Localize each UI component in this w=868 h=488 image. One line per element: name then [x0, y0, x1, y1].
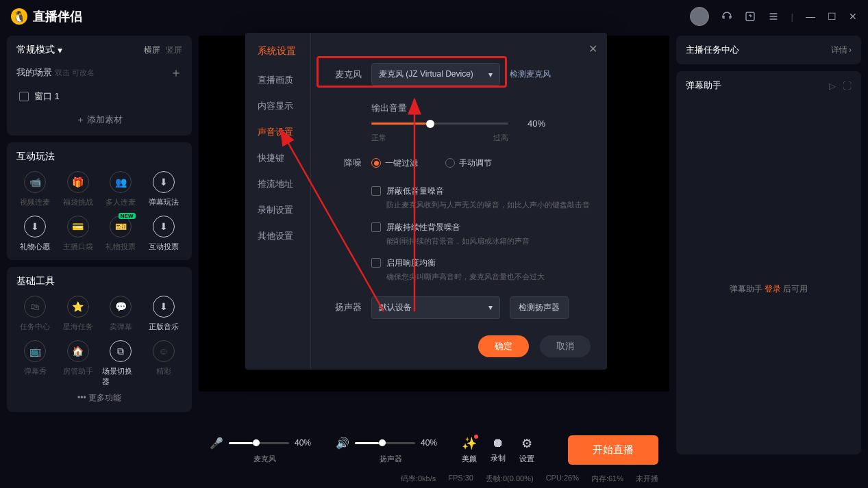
danmu-expand-icon[interactable]: ⛶ — [843, 81, 852, 91]
grid-item-0[interactable]: 🛍任务中心 — [16, 296, 54, 332]
speaker-icon[interactable]: 🔊 — [336, 437, 349, 450]
start-stream-button[interactable]: 开始直播 — [568, 435, 658, 465]
ok-button[interactable]: 确定 — [478, 335, 529, 357]
grid-item-6[interactable]: ⧉场景切换器 — [102, 340, 140, 387]
detect-speaker-button[interactable]: 检测扬声器 — [510, 296, 569, 319]
mic-volume-slider[interactable] — [229, 442, 289, 444]
help-icon[interactable] — [745, 11, 756, 22]
grid-item-1[interactable]: 🎁福袋挑战 — [60, 171, 97, 207]
grid-item-3[interactable]: ⬇弹幕玩法 — [145, 171, 183, 207]
orientation-landscape[interactable]: 横屏 — [144, 44, 160, 56]
danmu-play-icon[interactable]: ▷ — [829, 81, 836, 91]
app-logo-icon: 🐧 — [11, 8, 27, 25]
status-bar: 码率:0kb/s FPS:30 丢帧:0(0.00%) CPU:26% 内存:6… — [401, 474, 658, 484]
noise-label: 降噪 — [327, 157, 362, 169]
app-title: 直播伴侣 — [33, 8, 82, 25]
window-icon — [19, 92, 29, 101]
section-interactive-title: 互动玩法 — [16, 151, 182, 163]
close-button[interactable]: ✕ — [849, 11, 857, 22]
noise-auto-radio[interactable]: 一键过滤 — [371, 157, 418, 169]
noise-manual-radio[interactable]: 手动调节 — [445, 157, 492, 169]
grid-item-1[interactable]: ⭐星海任务 — [60, 296, 97, 332]
modal-tab-4[interactable]: 推流地址 — [245, 171, 310, 197]
mic-device-dropdown[interactable]: 麦克风 (JZ Virtual Device)▾ — [371, 63, 500, 86]
maximize-button[interactable]: ☐ — [828, 11, 836, 22]
grid-item-5[interactable]: 💳主播口袋 — [60, 216, 97, 252]
modal-tab-2[interactable]: 声音设置 — [245, 119, 310, 145]
speaker-label: 扬声器 — [327, 301, 362, 313]
modal-tab-6[interactable]: 其他设置 — [245, 223, 310, 249]
record-button[interactable]: ⏺ 录制 — [491, 436, 506, 464]
grid-item-7[interactable]: ☺精彩 — [145, 340, 183, 387]
settings-button[interactable]: ⚙ 设置 — [519, 436, 534, 464]
modal-tab-1[interactable]: 内容显示 — [245, 93, 310, 119]
task-detail-link[interactable]: 详情 › — [831, 44, 852, 56]
grid-item-2[interactable]: 👥多人连麦 — [102, 171, 140, 207]
speaker-volume-slider[interactable] — [355, 442, 415, 444]
grid-item-3[interactable]: ⬇正版音乐 — [145, 296, 183, 332]
login-link[interactable]: 登录 — [765, 284, 781, 294]
speaker-device-dropdown[interactable]: 默认设备▾ — [371, 296, 500, 319]
add-scene-button[interactable]: ＋ — [170, 64, 182, 81]
detect-mic-link[interactable]: 检测麦克风 — [510, 68, 551, 80]
mic-icon[interactable]: 🎤 — [210, 437, 223, 450]
beauty-button[interactable]: ✨ 美颜 — [462, 436, 477, 464]
checkbox-2[interactable] — [371, 258, 381, 268]
minimize-button[interactable]: — — [806, 11, 815, 22]
checkbox-1[interactable] — [371, 222, 381, 232]
output-volume-slider[interactable] — [371, 123, 508, 125]
title-bar: 🐧 直播伴侣 | — ☐ ✕ — [0, 0, 868, 33]
section-tools-title: 基础工具 — [16, 275, 182, 287]
grid-item-7[interactable]: ⬇互动投票 — [145, 216, 183, 252]
more-tools-link[interactable]: ••• 更多功能 — [16, 392, 182, 404]
modal-tab-3[interactable]: 快捷键 — [245, 145, 310, 171]
login-prompt: 弹幕助手 登录 后可用 — [686, 283, 852, 295]
add-source-button[interactable]: ＋ 添加素材 — [16, 107, 182, 127]
task-center-title: 主播任务中心 — [686, 44, 739, 56]
headset-icon[interactable] — [721, 11, 732, 22]
menu-icon[interactable] — [768, 11, 779, 22]
danmu-title: 弹幕助手 — [686, 79, 721, 92]
output-volume-label: 输出音量 — [371, 102, 407, 114]
modal-tab-5[interactable]: 录制设置 — [245, 197, 310, 223]
grid-item-4[interactable]: ⬇礼物心愿 — [16, 216, 54, 252]
settings-modal: 系统设置 直播画质内容显示声音设置快捷键推流地址录制设置其他设置 ✕ 麦克风 麦… — [245, 33, 607, 370]
orientation-portrait[interactable]: 竖屏 — [166, 44, 182, 56]
grid-item-0[interactable]: 📹视频连麦 — [16, 171, 54, 207]
modal-tab-0[interactable]: 直播画质 — [245, 67, 310, 93]
modal-close-button[interactable]: ✕ — [588, 42, 597, 55]
cancel-button[interactable]: 取消 — [540, 335, 591, 357]
grid-item-2[interactable]: 💬卖弹幕 — [102, 296, 140, 332]
grid-item-4[interactable]: 📺弹幕秀 — [16, 340, 54, 387]
modal-title: 系统设置 — [245, 45, 310, 67]
checkbox-0[interactable] — [371, 186, 381, 196]
scene-item[interactable]: 窗口 1 — [16, 86, 182, 107]
scenes-label: 我的场景 — [16, 67, 52, 77]
grid-item-6[interactable]: 🎫礼物投票NEW — [102, 216, 140, 252]
grid-item-5[interactable]: 🏠房管助手 — [60, 340, 97, 387]
mode-dropdown[interactable]: 常规模式▾ — [16, 44, 62, 56]
mic-label: 麦克风 — [327, 68, 362, 81]
avatar[interactable] — [690, 7, 709, 26]
